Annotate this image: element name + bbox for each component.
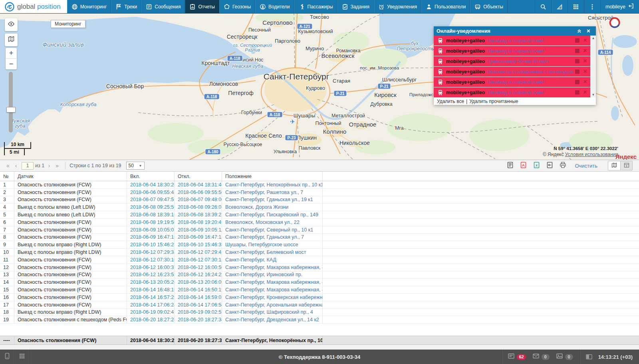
delete-read-link[interactable]: Удалить прочитанные	[469, 99, 518, 104]
nav-item-monitoring[interactable]: Мониторинг	[67, 0, 111, 13]
scroll-up-icon[interactable]: ▲	[592, 36, 595, 40]
zoom-in-button[interactable]: +	[6, 48, 17, 59]
show-on-map-icon[interactable]	[575, 49, 579, 53]
table-row[interactable]: 19Опасность столкновения с пешеходом (Pe…	[0, 316, 639, 324]
window-button[interactable]	[0, 350, 15, 364]
more-button[interactable]	[584, 0, 600, 13]
notification-row[interactable]: mobileye+galileoПешеход в опасной зоне!✕	[434, 46, 590, 56]
column-header[interactable]: Вкл.	[127, 172, 175, 181]
nav-item-drivers[interactable]: Водители	[255, 0, 294, 13]
apps-button[interactable]	[568, 0, 584, 13]
search-button[interactable]	[535, 0, 551, 13]
delete-notification-icon[interactable]: ✕	[583, 69, 587, 74]
table-row[interactable]: 14Опасность столкновения (FCW)2018-06-13…	[0, 279, 639, 286]
horizontal-scrollbar[interactable]	[0, 345, 639, 350]
show-on-map-icon[interactable]	[575, 59, 579, 63]
map-view-icon	[611, 162, 617, 170]
table-cell: 7	[0, 226, 14, 233]
measure-button[interactable]	[551, 0, 568, 13]
delete-notification-icon[interactable]: ✕	[583, 90, 587, 95]
nav-item-tracks[interactable]: Треки	[111, 0, 141, 13]
close-panel-button[interactable]	[584, 28, 593, 34]
panel-toggle-button[interactable]	[585, 353, 593, 360]
delete-notification-icon[interactable]: ✕	[583, 49, 587, 53]
notification-row[interactable]: mobileye+galileoПревышение более 30 км/ч…	[434, 56, 590, 66]
road-badge: А-118	[204, 94, 219, 99]
table-row[interactable]: 3Опасность столкновения (FCW)2018-06-07 …	[0, 196, 639, 204]
map-canvas[interactable]: ТоксовоСертоловоКузьмоловскийПесочныйСес…	[0, 14, 639, 160]
delete-notification-icon[interactable]: ✕	[583, 80, 587, 84]
online-notifications-counter[interactable]: 62	[508, 352, 526, 361]
zoom-slider-track[interactable]	[9, 72, 13, 133]
show-on-map-icon[interactable]	[575, 38, 579, 43]
show-on-map-icon[interactable]	[575, 80, 579, 84]
nav-item-notifications[interactable]: Уведомления	[374, 0, 421, 13]
table-row[interactable]: 4Выезд с полосы влево (Left LDW)2018-06-…	[0, 204, 639, 211]
notification-row[interactable]: mobileye+galileoПешеход в опасной зоне!✕	[434, 36, 590, 46]
table-row[interactable]: 11Опасность столкновения (FCW)2018-06-12…	[0, 256, 639, 264]
table-row[interactable]: 5Выезд с полосы влево (Left LDW)2018-06-…	[0, 211, 639, 219]
nav-item-passengers[interactable]: Пассажиры	[294, 0, 337, 13]
collapse-panel-button[interactable]	[575, 28, 584, 34]
notification-row[interactable]: mobileye+galileoПешеход в опасной зоне!✕	[434, 77, 590, 87]
layers-button[interactable]	[5, 34, 18, 46]
table-row[interactable]: 7Опасность столкновения (FCW)2018-06-09 …	[0, 226, 639, 234]
export-pdf-button[interactable]: A	[520, 161, 527, 170]
nav-item-users[interactable]: Пользователи	[421, 0, 470, 13]
notification-row[interactable]: mobileye+galileoОпасность столкновения с…	[434, 67, 590, 77]
column-header[interactable]: №	[0, 172, 14, 181]
zoom-out-button[interactable]: −	[6, 59, 17, 69]
show-on-map-icon[interactable]	[575, 69, 579, 74]
table-row[interactable]: 10Выезд с полосы вправо (Right LDW)2018-…	[0, 249, 639, 256]
first-page-button[interactable]: «	[4, 162, 12, 169]
nav-item-tasks[interactable]: Задания	[337, 0, 374, 13]
delete-notification-icon[interactable]: ✕	[583, 59, 587, 63]
table-row[interactable]: 15Опасность столкновения (FCW)2018-06-14…	[0, 286, 639, 294]
visibility-button[interactable]	[5, 18, 18, 31]
report-template-button[interactable]	[506, 161, 514, 170]
page-number-input[interactable]	[22, 162, 34, 170]
column-header[interactable]: Откл.	[175, 172, 222, 181]
table-view-button[interactable]	[620, 161, 632, 170]
modules-button[interactable]	[15, 350, 30, 364]
delete-notification-icon[interactable]: ✕	[583, 38, 587, 43]
table-row[interactable]: 18Выезд с полосы вправо (Right LDW)2018-…	[0, 309, 639, 317]
media-counter[interactable]: 0	[556, 352, 573, 361]
nav-item-messages[interactable]: Сообщения	[141, 0, 185, 13]
scroll-down-icon[interactable]: ▼	[592, 93, 595, 97]
table-row[interactable]: 8Опасность столкновения (FCW)2018-06-09 …	[0, 234, 639, 241]
terms-link[interactable]: Условия использования	[565, 152, 618, 157]
notifications-scrollbar[interactable]: ▲ ▼	[590, 36, 596, 97]
table-cell: 2018-06-12 07:29:42	[175, 249, 222, 256]
prev-page-button[interactable]: ‹	[12, 162, 20, 169]
nav-item-units[interactable]: Объекты	[470, 0, 508, 13]
table-row[interactable]: 16Опасность столкновения (FCW)2018-06-14…	[0, 294, 639, 301]
show-on-map-icon[interactable]	[575, 90, 579, 95]
table-row[interactable]: 6Опасность столкновения (FCW)2018-06-08 …	[0, 219, 639, 226]
table-row[interactable]: 2Опасность столкновения (FCW)2018-06-06 …	[0, 189, 639, 196]
last-page-button[interactable]: »	[53, 162, 61, 169]
zoom-slider-handle[interactable]	[6, 107, 16, 113]
user-menu[interactable]: mobileye	[600, 0, 639, 13]
messages-counter[interactable]: 0	[532, 352, 550, 361]
table-row[interactable]: 13Опасность столкновения (FCW)2018-06-12…	[0, 271, 639, 279]
table-row[interactable]: 12Опасность столкновения (FCW)2018-06-12…	[0, 264, 639, 271]
notification-row[interactable]: mobileye+galileoПешеход в опасной зоне!✕	[434, 87, 590, 97]
map-view-button[interactable]	[608, 161, 620, 170]
delete-all-link[interactable]: Удалить все	[437, 99, 464, 104]
import-button[interactable]	[546, 161, 554, 170]
print-button[interactable]	[559, 161, 567, 170]
table-row[interactable]: 17Опасность столкновения (FCW)2018-06-14…	[0, 301, 639, 309]
clear-button[interactable]: Очистить	[572, 162, 600, 170]
table-row[interactable]: 1Опасность столкновения (FCW)2018-06-04 …	[0, 181, 639, 189]
column-header[interactable]: Датчик	[14, 172, 127, 181]
export-excel-button[interactable]: x	[533, 161, 540, 170]
brand-logo-block[interactable]: global position	[0, 0, 67, 13]
notifications-header[interactable]: Онлайн-уведомления	[434, 26, 596, 36]
nav-item-reports[interactable]: Отчеты	[185, 0, 219, 13]
next-page-button[interactable]: ›	[45, 162, 53, 169]
page-size-select[interactable]: 50 ▼	[126, 162, 145, 170]
table-row[interactable]: 9Выезд с полосы вправо (Right LDW)2018-0…	[0, 241, 639, 249]
nav-item-geofences[interactable]: Геозоны	[219, 0, 255, 13]
column-header[interactable]: Положение	[222, 172, 323, 181]
